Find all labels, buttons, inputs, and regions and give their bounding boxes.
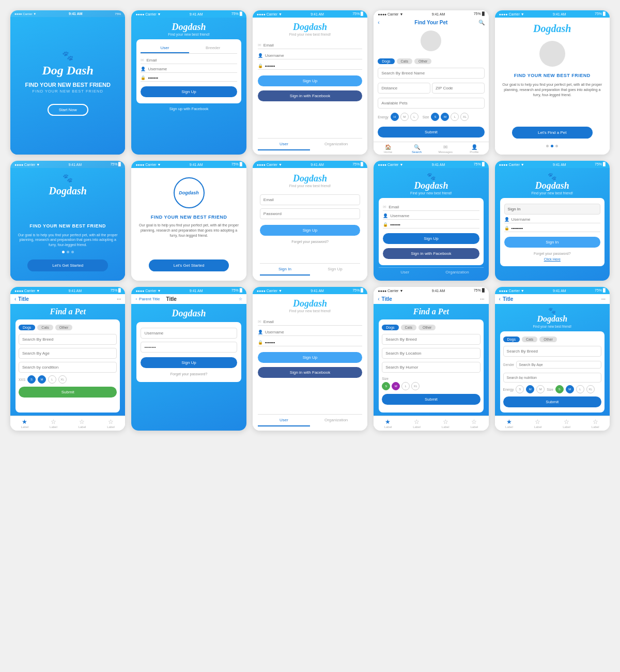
bottom-tab-1-11[interactable]: ★ Label — [10, 418, 39, 429]
search-breed-input[interactable] — [378, 68, 484, 79]
bottom-tab-1-15[interactable]: ★ Label — [495, 418, 524, 429]
tab-breeder[interactable]: Breeder — [189, 43, 237, 53]
size-s-14[interactable]: S — [382, 382, 390, 390]
bottom-tab-2-15[interactable]: ☆ Label — [523, 418, 552, 429]
back-icon-11[interactable]: ‹ — [14, 296, 16, 302]
e-m2-15[interactable]: M — [536, 385, 545, 393]
bottom-tab-3-14[interactable]: ☆ Label — [431, 418, 460, 429]
s-s-15[interactable]: S — [555, 385, 564, 393]
size-l[interactable]: L — [451, 113, 459, 121]
size-xl[interactable]: XL — [460, 113, 469, 121]
back-icon-12[interactable]: ‹ — [135, 297, 137, 301]
pill-cats[interactable]: Cats — [397, 58, 412, 64]
email-input-8[interactable] — [260, 194, 360, 205]
password-input-9[interactable] — [390, 222, 479, 227]
username-12[interactable] — [141, 328, 237, 339]
bottom-tab-3-11[interactable]: ☆ Label — [68, 418, 97, 429]
signup-button-3[interactable]: Sign Up — [258, 75, 362, 86]
submit-btn-14[interactable]: Submit — [382, 394, 480, 405]
tab-signin-8[interactable]: Sign In — [260, 264, 310, 276]
search-user-14[interactable] — [382, 348, 480, 359]
search-age-11[interactable] — [19, 348, 117, 359]
size-m-14[interactable]: M — [392, 382, 400, 390]
password-input-13[interactable] — [265, 340, 362, 345]
tab-org-3[interactable]: Organization — [310, 139, 362, 150]
password-input[interactable] — [148, 75, 237, 80]
search-age-15[interactable] — [516, 361, 601, 369]
search-breed-11[interactable] — [19, 334, 117, 345]
more-icon-14[interactable]: ··· — [480, 296, 484, 302]
bottom-tab-1-14[interactable]: ★ Label — [374, 418, 402, 429]
energy-m[interactable]: M — [400, 113, 409, 121]
get-started-btn-7[interactable]: Let's Get Started — [149, 259, 229, 271]
size-m[interactable]: M — [441, 113, 449, 121]
nav-profile[interactable]: 👤 Profile — [460, 144, 489, 154]
signup-button[interactable]: Sign Up — [141, 86, 237, 97]
search-breed-14[interactable] — [382, 334, 480, 345]
fb-btn-13[interactable]: Sign in with Facebook — [258, 367, 362, 378]
more-icon-15[interactable]: ··· — [601, 296, 606, 302]
signup-btn-8[interactable]: Sign Up — [260, 225, 360, 236]
pill-cats-11[interactable]: Cats — [37, 325, 53, 330]
pill-dogs-15[interactable]: Dogs — [503, 337, 520, 342]
pill-cats-15[interactable]: Cats — [522, 337, 537, 342]
back-arrow[interactable]: ‹ — [378, 20, 379, 25]
star-icon-12[interactable]: ☆ — [239, 297, 242, 301]
email-input-3[interactable] — [264, 43, 362, 48]
s-xl-15[interactable]: XL — [586, 385, 595, 393]
tab-user-13[interactable]: User — [258, 415, 310, 426]
nav-home[interactable]: 🏠 Home — [374, 144, 402, 154]
size-s[interactable]: S — [431, 113, 439, 121]
username-input-13[interactable] — [265, 330, 362, 334]
pill-dogs-14[interactable]: Dogs — [382, 325, 398, 330]
tab-user[interactable]: User — [141, 43, 189, 53]
signup-btn-9[interactable]: Sign Up — [383, 233, 479, 244]
size-s-11[interactable]: S — [27, 375, 36, 384]
bottom-tab-4-11[interactable]: ☆ Label — [97, 418, 126, 429]
submit-btn-15[interactable]: Submit — [503, 396, 601, 407]
email-input-9[interactable] — [389, 205, 479, 209]
bottom-tab-2-11[interactable]: ☆ Label — [39, 418, 68, 429]
size-xl-14[interactable]: XL — [411, 382, 420, 390]
pill-cats-14[interactable]: Cats — [401, 325, 416, 330]
tab-org-9[interactable]: Organization — [431, 268, 483, 277]
avail-pets-input[interactable] — [378, 98, 484, 109]
size-m-11[interactable]: M — [38, 375, 46, 384]
start-now-button[interactable]: Start Now — [48, 104, 88, 116]
submit-button[interactable]: Submit — [378, 127, 484, 138]
e-m-15[interactable]: M — [526, 385, 534, 393]
username-input[interactable] — [148, 67, 237, 71]
fb-button-3[interactable]: Sign in with Facebook — [258, 90, 362, 101]
bottom-tab-4-14[interactable]: ☆ Label — [460, 418, 489, 429]
bottom-tab-4-15[interactable]: ☆ Label — [581, 418, 610, 429]
zip-input[interactable] — [432, 83, 485, 94]
username-input-3[interactable] — [265, 53, 362, 58]
nav-search[interactable]: 🔍 Search — [402, 144, 431, 154]
search-breed-15[interactable] — [503, 346, 601, 357]
energy-l[interactable]: L — [410, 113, 419, 121]
find-pet-btn[interactable]: Let's Find a Pet — [512, 127, 593, 139]
search-cond-11[interactable] — [19, 362, 117, 373]
email-input-13[interactable] — [264, 319, 362, 324]
s-l-15[interactable]: L — [576, 385, 584, 393]
pill-dogs[interactable]: Dogs — [378, 58, 394, 64]
pill-other-15[interactable]: Other — [539, 337, 557, 342]
tab-user-3[interactable]: User — [258, 139, 310, 150]
username-input-9[interactable] — [390, 213, 479, 218]
password-input-8[interactable] — [260, 208, 360, 219]
energy-h[interactable]: H — [391, 113, 399, 121]
bottom-tab-3-15[interactable]: ☆ Label — [552, 418, 581, 429]
tab-user-9[interactable]: User — [379, 268, 431, 277]
signup-btn-13[interactable]: Sign Up — [258, 352, 362, 363]
email-input[interactable] — [146, 58, 237, 63]
password-input-10[interactable] — [512, 226, 600, 231]
click-here-link[interactable]: Click Here — [504, 257, 600, 261]
submit-btn-11[interactable]: Submit — [19, 387, 117, 398]
search-loc-14[interactable] — [382, 362, 480, 373]
get-started-btn-6[interactable]: Let's Get Started — [27, 259, 108, 271]
signin-field[interactable]: Sign In — [504, 204, 600, 215]
tab-org-13[interactable]: Organization — [310, 415, 362, 426]
pill-other[interactable]: Other — [414, 58, 432, 64]
tab-signup-8[interactable]: Sign Up — [310, 264, 360, 276]
search-icon[interactable]: 🔍 — [478, 20, 485, 25]
